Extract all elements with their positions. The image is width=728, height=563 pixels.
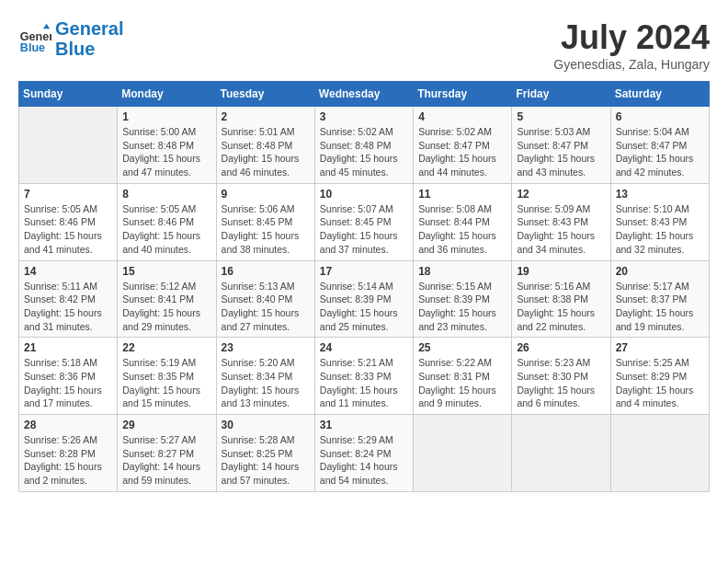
- calendar-cell: 21Sunrise: 5:18 AMSunset: 8:36 PMDayligh…: [19, 338, 118, 415]
- month-title: July 2024: [553, 18, 710, 57]
- day-info: Sunrise: 5:03 AMSunset: 8:47 PMDaylight:…: [517, 125, 605, 179]
- calendar-cell: [610, 415, 709, 492]
- day-info: Sunrise: 5:20 AMSunset: 8:34 PMDaylight:…: [222, 356, 310, 410]
- day-info: Sunrise: 5:06 AMSunset: 8:45 PMDaylight:…: [222, 202, 310, 257]
- day-info: Sunrise: 5:13 AMSunset: 8:40 PMDaylight:…: [222, 280, 310, 334]
- day-info: Sunrise: 5:04 AMSunset: 8:47 PMDaylight:…: [616, 125, 704, 179]
- calendar-cell: 11Sunrise: 5:08 AMSunset: 8:44 PMDayligh…: [414, 183, 512, 260]
- page-header: General Blue GeneralBlue July 2024 Gyene…: [18, 18, 710, 72]
- day-info: Sunrise: 5:26 AMSunset: 8:28 PMDaylight:…: [24, 433, 112, 488]
- calendar-cell: 27Sunrise: 5:25 AMSunset: 8:29 PMDayligh…: [610, 338, 709, 415]
- calendar-cell: 1Sunrise: 5:00 AMSunset: 8:48 PMDaylight…: [118, 107, 216, 184]
- week-row-1: 1Sunrise: 5:00 AMSunset: 8:48 PMDaylight…: [19, 107, 710, 184]
- day-number: 5: [517, 110, 605, 123]
- calendar-cell: 6Sunrise: 5:04 AMSunset: 8:47 PMDaylight…: [610, 107, 709, 184]
- day-info: Sunrise: 5:07 AMSunset: 8:45 PMDaylight:…: [320, 202, 408, 257]
- calendar-cell: 8Sunrise: 5:05 AMSunset: 8:46 PMDaylight…: [118, 183, 216, 260]
- calendar-cell: 30Sunrise: 5:28 AMSunset: 8:25 PMDayligh…: [216, 415, 314, 492]
- calendar-cell: 28Sunrise: 5:26 AMSunset: 8:28 PMDayligh…: [19, 415, 118, 492]
- calendar-cell: [512, 415, 610, 492]
- calendar-cell: 2Sunrise: 5:01 AMSunset: 8:48 PMDaylight…: [216, 107, 314, 184]
- week-row-5: 28Sunrise: 5:26 AMSunset: 8:28 PMDayligh…: [19, 415, 710, 492]
- day-info: Sunrise: 5:05 AMSunset: 8:46 PMDaylight:…: [122, 202, 210, 257]
- day-info: Sunrise: 5:02 AMSunset: 8:48 PMDaylight:…: [320, 125, 408, 179]
- day-number: 15: [122, 265, 210, 278]
- calendar-cell: 29Sunrise: 5:27 AMSunset: 8:27 PMDayligh…: [118, 415, 216, 492]
- week-row-4: 21Sunrise: 5:18 AMSunset: 8:36 PMDayligh…: [19, 338, 710, 415]
- calendar-cell: 5Sunrise: 5:03 AMSunset: 8:47 PMDaylight…: [512, 107, 610, 184]
- calendar-cell: 3Sunrise: 5:02 AMSunset: 8:48 PMDaylight…: [314, 107, 413, 184]
- day-number: 7: [24, 188, 112, 201]
- logo: General Blue GeneralBlue: [18, 18, 123, 59]
- col-header-thursday: Thursday: [414, 82, 512, 107]
- calendar-table: SundayMondayTuesdayWednesdayThursdayFrid…: [18, 81, 710, 492]
- day-number: 10: [320, 188, 408, 201]
- calendar-cell: 26Sunrise: 5:23 AMSunset: 8:30 PMDayligh…: [512, 338, 610, 415]
- day-number: 1: [122, 110, 210, 123]
- calendar-cell: 20Sunrise: 5:17 AMSunset: 8:37 PMDayligh…: [610, 260, 709, 338]
- calendar-cell: 31Sunrise: 5:29 AMSunset: 8:24 PMDayligh…: [314, 415, 413, 492]
- col-header-tuesday: Tuesday: [216, 82, 314, 107]
- calendar-cell: 15Sunrise: 5:12 AMSunset: 8:41 PMDayligh…: [118, 260, 216, 338]
- calendar-cell: 23Sunrise: 5:20 AMSunset: 8:34 PMDayligh…: [216, 338, 314, 415]
- day-number: 26: [517, 341, 605, 354]
- day-info: Sunrise: 5:15 AMSunset: 8:39 PMDaylight:…: [418, 280, 506, 334]
- location: Gyenesdias, Zala, Hungary: [553, 57, 710, 72]
- calendar-cell: [19, 107, 118, 184]
- day-info: Sunrise: 5:28 AMSunset: 8:25 PMDaylight:…: [222, 433, 310, 488]
- calendar-cell: 10Sunrise: 5:07 AMSunset: 8:45 PMDayligh…: [314, 183, 413, 260]
- col-header-wednesday: Wednesday: [314, 82, 413, 107]
- col-header-saturday: Saturday: [610, 82, 709, 107]
- calendar-cell: 24Sunrise: 5:21 AMSunset: 8:33 PMDayligh…: [314, 338, 413, 415]
- day-info: Sunrise: 5:22 AMSunset: 8:31 PMDaylight:…: [418, 356, 506, 410]
- day-info: Sunrise: 5:25 AMSunset: 8:29 PMDaylight:…: [616, 356, 704, 410]
- day-info: Sunrise: 5:02 AMSunset: 8:47 PMDaylight:…: [418, 125, 506, 179]
- day-info: Sunrise: 5:00 AMSunset: 8:48 PMDaylight:…: [122, 125, 210, 179]
- day-number: 19: [517, 265, 605, 278]
- logo-text: GeneralBlue: [55, 18, 123, 59]
- day-info: Sunrise: 5:09 AMSunset: 8:43 PMDaylight:…: [517, 202, 605, 257]
- day-number: 21: [24, 341, 112, 354]
- day-info: Sunrise: 5:14 AMSunset: 8:39 PMDaylight:…: [320, 280, 408, 334]
- day-number: 12: [517, 188, 605, 201]
- calendar-cell: [414, 415, 512, 492]
- day-number: 3: [320, 110, 408, 123]
- day-number: 13: [616, 188, 704, 201]
- calendar-cell: 19Sunrise: 5:16 AMSunset: 8:38 PMDayligh…: [512, 260, 610, 338]
- calendar-cell: 4Sunrise: 5:02 AMSunset: 8:47 PMDaylight…: [414, 107, 512, 184]
- day-number: 8: [122, 188, 210, 201]
- day-number: 2: [222, 110, 310, 123]
- day-info: Sunrise: 5:11 AMSunset: 8:42 PMDaylight:…: [24, 280, 112, 334]
- day-info: Sunrise: 5:10 AMSunset: 8:43 PMDaylight:…: [616, 202, 704, 257]
- day-number: 30: [222, 419, 310, 431]
- calendar-cell: 16Sunrise: 5:13 AMSunset: 8:40 PMDayligh…: [216, 260, 314, 338]
- day-info: Sunrise: 5:05 AMSunset: 8:46 PMDaylight:…: [24, 202, 112, 257]
- svg-marker-2: [43, 24, 50, 29]
- day-info: Sunrise: 5:29 AMSunset: 8:24 PMDaylight:…: [320, 433, 408, 488]
- day-number: 22: [122, 341, 210, 354]
- day-info: Sunrise: 5:17 AMSunset: 8:37 PMDaylight:…: [616, 280, 704, 334]
- day-number: 27: [616, 341, 704, 354]
- col-header-sunday: Sunday: [19, 82, 118, 107]
- calendar-cell: 17Sunrise: 5:14 AMSunset: 8:39 PMDayligh…: [314, 260, 413, 338]
- day-number: 29: [122, 419, 210, 431]
- day-number: 18: [418, 265, 506, 278]
- day-info: Sunrise: 5:16 AMSunset: 8:38 PMDaylight:…: [517, 280, 605, 334]
- day-info: Sunrise: 5:27 AMSunset: 8:27 PMDaylight:…: [122, 433, 210, 488]
- day-info: Sunrise: 5:23 AMSunset: 8:30 PMDaylight:…: [517, 356, 605, 410]
- day-info: Sunrise: 5:18 AMSunset: 8:36 PMDaylight:…: [24, 356, 112, 410]
- day-number: 14: [24, 265, 112, 278]
- day-number: 4: [418, 110, 506, 123]
- logo-icon: General Blue: [18, 22, 51, 55]
- week-row-3: 14Sunrise: 5:11 AMSunset: 8:42 PMDayligh…: [19, 260, 710, 338]
- day-number: 16: [222, 265, 310, 278]
- day-number: 20: [616, 265, 704, 278]
- week-row-2: 7Sunrise: 5:05 AMSunset: 8:46 PMDaylight…: [19, 183, 710, 260]
- day-number: 6: [616, 110, 704, 123]
- calendar-cell: 22Sunrise: 5:19 AMSunset: 8:35 PMDayligh…: [118, 338, 216, 415]
- day-info: Sunrise: 5:08 AMSunset: 8:44 PMDaylight:…: [418, 202, 506, 257]
- day-info: Sunrise: 5:01 AMSunset: 8:48 PMDaylight:…: [222, 125, 310, 179]
- day-number: 9: [222, 188, 310, 201]
- day-number: 23: [222, 341, 310, 354]
- calendar-cell: 9Sunrise: 5:06 AMSunset: 8:45 PMDaylight…: [216, 183, 314, 260]
